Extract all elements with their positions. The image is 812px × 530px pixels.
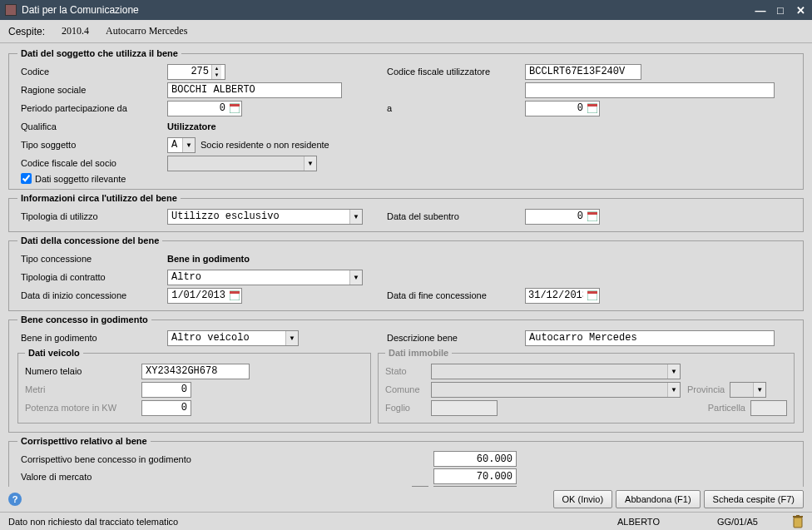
periodo-da-label: Periodo partecipazione da [17,103,167,113]
dati-rilevante-label: Dati soggetto rilevante [35,174,126,184]
cf-socio-label: Codice fiscale del socio [17,158,167,168]
cespite-number: 2010.4 [62,25,89,37]
provincia-combo: ▼ [730,382,766,398]
tipo-concessione-value: Bene in godimento [167,254,250,264]
window-title: Dati per la Comunicazione [22,4,754,16]
app-icon [5,4,17,16]
data-subentro-input[interactable] [525,209,600,225]
group-dati-immobile: Dati immobile Stato ▼ Comune ▼ Provincia… [378,348,795,424]
cf-socio-combo[interactable]: ▼ [167,156,317,171]
svg-rect-5 [587,212,597,215]
calendar-icon[interactable] [586,210,599,224]
particella-label: Particella [708,403,745,413]
group-bene-godimento: Bene concesso in godimento Bene in godim… [8,315,804,433]
group-bene-godimento-legend: Bene concesso in godimento [17,315,151,324]
down-icon[interactable]: ▼ [212,72,221,79]
group-dati-immobile-legend: Dati immobile [385,348,452,358]
tipo-soggetto-desc: Socio residente o non residente [201,140,329,150]
close-icon[interactable]: ✕ [794,3,807,17]
descrizione-bene-label: Descrizione bene [384,333,525,343]
mercato-input[interactable]: 70.000 [433,468,517,484]
up-icon[interactable]: ▲ [212,65,221,72]
chevron-down-icon: ▼ [753,383,765,397]
data-inizio-input[interactable] [167,288,242,304]
ragione-sociale-input[interactable] [167,82,342,98]
group-utilizzo: Informazioni circa l'utilizzo del bene T… [8,193,804,232]
periodo-da-input[interactable] [167,101,242,116]
svg-rect-3 [587,104,597,106]
dati-rilevante-checkbox[interactable] [21,173,32,184]
status-message: Dato non richiesto dal tracciato telemat… [8,517,617,527]
calendar-icon[interactable] [586,102,599,116]
group-corrispettivo: Corrispettivo relativo al bene Corrispet… [8,436,804,487]
cf-utilizzatore-input[interactable] [525,64,641,80]
descrizione-bene-input[interactable] [525,330,775,346]
qualifica-label: Qualifica [17,121,167,131]
calendar-icon[interactable] [228,102,241,116]
header-bar: Cespite: 2010.4 Autocarro Mercedes [0,20,812,43]
chevron-down-icon[interactable]: ▼ [182,138,195,152]
trash-icon[interactable] [792,515,804,528]
chevron-down-icon[interactable]: ▼ [349,270,362,285]
group-corrispettivo-legend: Corrispettivo relativo al bene [17,436,151,446]
provincia-label: Provincia [687,384,725,394]
telaio-input[interactable] [141,364,250,379]
calendar-icon[interactable] [228,289,241,303]
foglio-input [431,400,498,416]
group-soggetto-legend: Dati del soggetto che utilizza il bene [17,48,181,58]
ragione-extra-input[interactable] [525,82,775,98]
data-fine-input[interactable] [525,288,600,304]
periodo-a-label: a [384,103,525,113]
tassare-flag[interactable] [412,486,428,487]
group-utilizzo-legend: Informazioni circa l'utilizzo del bene [17,193,181,203]
chevron-down-icon[interactable]: ▼ [285,331,298,345]
group-dati-veicolo-legend: Dati veicolo [25,348,83,358]
minimize-icon[interactable]: — [754,3,767,17]
comune-combo: ▼ [431,382,681,398]
svg-rect-11 [793,516,803,518]
svg-rect-1 [230,104,240,106]
ok-button[interactable]: OK (Invio) [553,490,613,508]
qualifica-value: Utilizzatore [167,121,216,131]
help-icon[interactable]: ? [8,493,22,506]
scheda-cespite-button[interactable]: Scheda cespite (F7) [704,490,804,508]
periodo-a-input[interactable] [525,101,600,116]
codice-input[interactable]: ▲▼ [167,64,225,80]
foglio-label: Foglio [385,403,431,413]
tipologia-utilizzo-combo[interactable]: Utilizzo esclusivo▼ [167,209,363,225]
tipo-soggetto-combo[interactable]: A▼ [167,137,196,153]
group-dati-veicolo: Dati veicolo Numero telaio Metri Potenza… [17,348,371,424]
chevron-down-icon: ▼ [667,364,680,379]
data-fine-label: Data di fine concessione [384,290,525,300]
tipo-contratto-combo[interactable]: Altro▼ [167,270,363,285]
bene-godimento-label: Bene in godimento [17,333,167,343]
potenza-input[interactable] [141,400,191,416]
svg-rect-9 [587,291,597,294]
chevron-down-icon[interactable]: ▼ [304,156,316,171]
telaio-label: Numero telaio [25,366,141,376]
tipologia-utilizzo-label: Tipologia di utilizzo [17,211,167,221]
chevron-down-icon[interactable]: ▼ [349,210,362,224]
maximize-icon[interactable]: □ [774,3,787,17]
cf-utilizzatore-label: Codice fiscale utilizzatore [384,67,525,77]
bene-godimento-combo[interactable]: Altro veicolo▼ [167,330,299,346]
comune-label: Comune [385,384,431,394]
calendar-icon[interactable] [586,289,599,303]
abbandona-button[interactable]: Abbandona (F1) [616,490,701,508]
stato-combo: ▼ [431,364,681,379]
svg-rect-10 [794,518,802,528]
corrispettivo-label: Corrispettivo bene concesso in godimento [17,454,267,464]
tipo-contratto-label: Tipologia di contratto [17,272,167,282]
tassare-input[interactable]: 10.000 [433,486,517,487]
metri-label: Metri [25,384,141,394]
tipo-concessione-label: Tipo concessione [17,254,167,264]
svg-rect-7 [230,291,240,294]
cespite-label: Cespite: [8,26,45,37]
metri-input[interactable] [141,382,191,398]
group-soggetto: Dati del soggetto che utilizza il bene C… [8,48,804,190]
ragione-sociale-label: Ragione sociale [17,85,167,95]
status-date: GG/01/A5 [717,517,784,527]
svg-rect-12 [796,515,800,516]
corrispettivo-input[interactable]: 60.000 [433,451,517,467]
group-concessione-legend: Dati della concessione del bene [17,235,162,245]
